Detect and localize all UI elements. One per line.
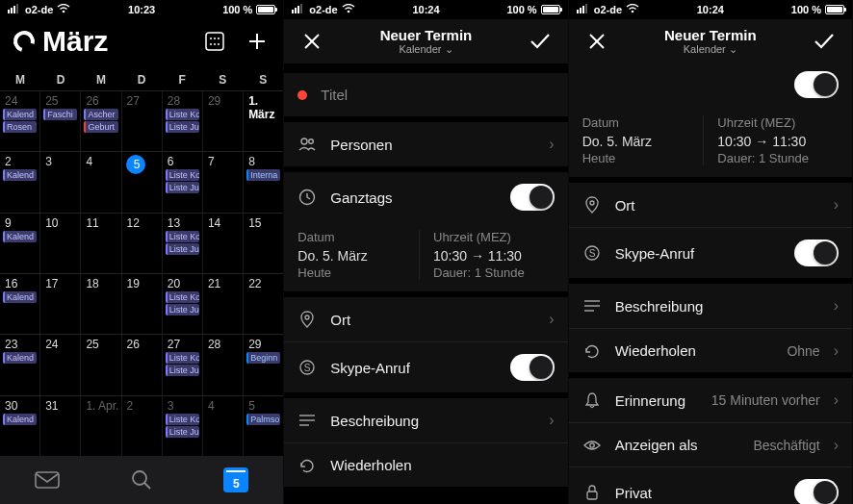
save-button[interactable] [810,33,839,50]
tab-calendar[interactable]: 5 [189,467,283,492]
datetime-row[interactable]: Datum Do. 5. März Heute Uhrzeit (MEZ) 10… [284,222,567,291]
event-chip[interactable]: Faschi [43,109,77,120]
event-chip[interactable]: Rosen [3,121,37,133]
day-cell[interactable]: 15 [244,214,283,273]
day-cell[interactable]: 5 [122,152,163,212]
people-row[interactable]: Personen › [284,122,567,166]
event-chip[interactable]: Liste Ko [166,414,199,425]
day-cell[interactable]: 6Liste KoListe Ju [163,152,203,212]
event-chip[interactable]: Liste Ko [166,291,199,303]
day-cell[interactable]: 21 [203,274,244,334]
allday-toggle[interactable] [794,71,839,98]
description-row[interactable]: Beschreibung › [569,284,852,328]
event-chip[interactable]: Kalend [3,169,37,181]
private-row[interactable]: Privat [569,466,852,504]
day-cell[interactable]: 30Kalend [0,396,40,456]
event-chip[interactable]: Liste Ko [166,231,199,242]
allday-toggle[interactable] [510,184,555,211]
private-toggle[interactable] [794,479,839,504]
day-cell[interactable]: 25Faschi [40,91,81,151]
event-chip[interactable]: Liste Ju [166,243,199,255]
day-cell[interactable]: 25 [81,335,121,394]
day-cell[interactable]: 20Liste KoListe Ju [163,274,203,334]
event-chip[interactable]: Liste Ju [166,121,199,133]
day-cell[interactable]: 11 [81,214,121,273]
day-cell[interactable]: 9Kalend [0,214,40,273]
day-cell[interactable]: 7 [203,152,244,212]
event-chip[interactable]: Kalend [3,414,37,425]
month-title[interactable]: März [42,25,108,58]
location-row[interactable]: Ort › [569,183,852,227]
calendar-selector[interactable]: Kalender ⌄ [664,43,757,56]
event-chip[interactable]: Ascher [84,109,117,120]
save-button[interactable] [526,33,555,50]
event-chip[interactable]: Interna [246,169,280,181]
view-mode-button[interactable] [202,29,227,54]
day-cell[interactable]: 26 [122,335,163,394]
day-cell[interactable]: 28 [203,335,244,394]
day-cell[interactable]: 27Liste KoListe Ju [163,335,203,394]
event-chip[interactable]: Kalend [3,109,37,120]
allday-partial-row[interactable] [569,63,852,108]
event-chip[interactable]: Liste Ju [166,365,199,376]
month-grid[interactable]: 24KalendRosen25Faschi26AscherGeburt2728L… [0,90,283,456]
calendar-selector[interactable]: Kalender ⌄ [380,43,473,56]
event-chip[interactable]: Beginn [246,352,280,364]
day-cell[interactable]: 26AscherGeburt [81,91,121,151]
day-cell[interactable]: 8Interna [244,152,283,212]
title-input-row[interactable]: Titel [284,73,567,116]
skype-toggle[interactable] [510,354,555,381]
repeat-row[interactable]: Wiederholen Ohne › [569,328,852,372]
day-cell[interactable]: 13Liste KoListe Ju [163,214,203,273]
day-cell[interactable]: 4 [81,152,121,212]
day-cell[interactable]: 4 [203,396,244,456]
day-cell[interactable]: 3 [40,152,81,212]
show-as-row[interactable]: Anzeigen als Beschäftigt › [569,422,852,466]
day-cell[interactable]: 24 [40,335,81,394]
close-button[interactable] [582,33,611,50]
day-cell[interactable]: 2 [122,396,163,456]
event-chip[interactable]: Liste Ju [166,426,199,438]
event-chip[interactable]: Kalend [3,291,37,303]
day-cell[interactable]: 29 [203,91,244,151]
day-cell[interactable]: 14 [203,214,244,273]
skype-toggle[interactable] [794,239,839,266]
day-cell[interactable]: 1. Apr. [81,396,121,456]
tab-search[interactable] [94,469,189,491]
location-row[interactable]: Ort › [284,297,567,341]
datetime-row[interactable]: Datum Do. 5. März Heute Uhrzeit (MEZ) 10… [569,108,852,177]
repeat-row[interactable]: Wiederholen [284,442,567,487]
day-cell[interactable]: 19 [122,274,163,334]
event-chip[interactable]: Liste Ju [166,304,199,315]
allday-row[interactable]: Ganztags [284,172,567,222]
day-cell[interactable]: 31 [40,396,81,456]
day-cell[interactable]: 1. März [244,91,283,151]
day-cell[interactable]: 2Kalend [0,152,40,212]
day-cell[interactable]: 10 [40,214,81,273]
reminder-row[interactable]: Erinnerung 15 Minuten vorher › [569,378,852,422]
day-cell[interactable]: 17 [40,274,81,334]
event-chip[interactable]: Palmso [246,414,280,425]
day-cell[interactable]: 23Kalend [0,335,40,394]
add-event-button[interactable] [245,29,270,54]
event-chip[interactable]: Liste Ko [166,109,199,120]
event-chip[interactable]: Liste Ju [166,182,199,193]
skype-row[interactable]: S Skype-Anruf [569,227,852,278]
close-button[interactable] [297,33,326,50]
skype-row[interactable]: S Skype-Anruf [284,341,567,392]
day-cell[interactable]: 28Liste KoListe Ju [163,91,203,151]
day-cell[interactable]: 16Kalend [0,274,40,334]
description-row[interactable]: Beschreibung › [284,398,567,442]
event-chip[interactable]: Liste Ko [166,352,199,364]
day-cell[interactable]: 3Liste KoListe Ju [163,396,203,456]
event-chip[interactable]: Geburt [84,121,117,133]
tab-mail[interactable] [0,471,94,489]
event-chip[interactable]: Kalend [3,231,37,242]
day-cell[interactable]: 29Beginn [244,335,283,394]
day-cell[interactable]: 12 [122,214,163,273]
day-cell[interactable]: 24KalendRosen [0,91,40,151]
day-cell[interactable]: 22 [244,274,283,334]
event-chip[interactable]: Liste Ko [166,169,199,181]
day-cell[interactable]: 27 [122,91,163,151]
day-cell[interactable]: 18 [81,274,121,334]
